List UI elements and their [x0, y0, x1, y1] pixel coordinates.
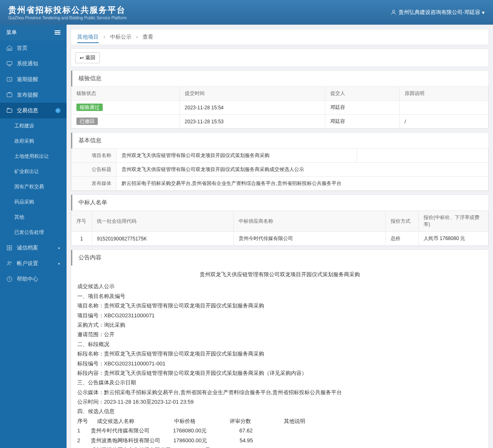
sidebar-item-label: 帮助中心: [17, 275, 38, 283]
back-button[interactable]: ↩ 返回: [75, 52, 100, 63]
announce-line: 三、公告媒体及公示日期: [77, 378, 482, 387]
breadcrumb: 其他项目 › 中标公示 › 查看: [71, 29, 489, 45]
sidebar-subitem-label: 政府采购: [14, 138, 34, 145]
col-person: 提交人: [325, 87, 400, 101]
col-price: 报价(中标价、下浮率或费率): [419, 211, 488, 232]
announce-line: 采购方式：询比采购: [77, 320, 482, 330]
reply-icon: ↩: [80, 55, 84, 61]
home-icon: [6, 45, 13, 51]
sidebar-subitem-label: 矿业权出让: [14, 168, 39, 175]
collapse-icon: −: [55, 108, 60, 113]
caret-down-icon: ▾: [482, 9, 485, 16]
basic-table: 项目名称 贵州双龙飞天供应链管理有限公司双龙项目开园仪式策划服务商采购 公告标题…: [71, 148, 488, 191]
clock-icon: [6, 76, 13, 83]
nav-list: 首页系统通知逾期提醒发布提醒交易信息−工程建设政府采购土地使用权出让矿业权出让国…: [0, 40, 67, 287]
announce-line: 成交候选人公示: [77, 282, 482, 291]
sidebar: 菜单 首页系统通知逾期提醒发布提醒交易信息−工程建设政府采购土地使用权出让矿业权…: [0, 25, 67, 448]
verify-table: 核验状态 提交时间 提交人 原因说明 核验通过2023-11-28 15:54邓…: [71, 86, 488, 129]
sidebar-subitem-label: 国有产权交易: [14, 183, 44, 190]
winners-table: 序号 统一社会信用代码 中标供应商名称 报价方式 报价(中标价、下浮率或费率) …: [71, 210, 488, 246]
sidebar-subitem[interactable]: 工程建设: [0, 118, 67, 134]
main-content: 其他项目 › 中标公示 › 查看 ↩ 返回 核验信息 核验状态 提交时间 提交人…: [67, 25, 493, 448]
announce-line: 公示媒体：黔云招采电子招标采购交易平台,贵州省国有企业生产资料综合服务平台,贵州…: [77, 388, 482, 397]
sidebar-subitem[interactable]: 矿业权出让: [0, 164, 67, 179]
sidebar-subitem[interactable]: 国有产权交易: [0, 179, 67, 194]
sidebar-subitem-label: 工程建设: [14, 122, 34, 129]
sidebar-subitem[interactable]: 已发公告处理: [0, 225, 67, 240]
value: 贵州双龙飞天供应链管理有限公司双龙项目开园仪式策划服务商采购: [117, 149, 357, 163]
hamburger-icon[interactable]: [55, 30, 60, 35]
table-row: 已撤回2023-11-28 15:53邓廷容/: [71, 115, 488, 129]
verify-panel: 核验信息 核验状态 提交时间 提交人 原因说明 核验通过2023-11-28 1…: [71, 70, 489, 129]
value: 贵州双龙飞天供应链管理有限公司双龙项目开园仪式策划服务商采购成交候选人公示: [117, 163, 488, 177]
sidebar-subitem[interactable]: 政府采购: [0, 134, 67, 149]
sidebar-subitem[interactable]: 药品采购: [0, 194, 67, 210]
sidebar-item-label: 系统通知: [17, 60, 38, 67]
label: 项目名称: [71, 149, 117, 163]
announce-line: 一、项目名称及编号: [77, 291, 482, 301]
candidate-table-header: 序号 成交候选人名称 中标价格 评审分数 其他说明: [77, 416, 482, 426]
panel-title: 基本信息: [71, 133, 488, 148]
button-bar: ↩ 返回: [71, 48, 489, 67]
help-icon: [6, 276, 13, 282]
announce-line: 四、候选人信息: [77, 406, 482, 416]
sidebar-subitem[interactable]: 土地使用权出让: [0, 149, 67, 164]
user-menu[interactable]: 贵州弘典建设咨询有限公司-邓廷容 ▾: [390, 9, 485, 16]
announce-line: 标段名称：贵州双龙飞天供应链管理有限公司双龙项目开园仪式策划服务商采购: [77, 349, 482, 358]
breadcrumb-item[interactable]: 查看: [143, 34, 153, 43]
candidate-row: 3 成都嘉进伸展台文化传播有限公司 1780000.00元 51.25: [77, 445, 482, 448]
sidebar-subitem-label: 其他: [14, 214, 24, 221]
chevron-right-icon: ▸: [58, 261, 60, 266]
candidate-row: 1 贵州今时代传媒有限公司 1768080.00元 67.62: [77, 426, 482, 435]
sidebar-item-label: 诚信档案: [17, 244, 38, 252]
value: 黔云招采电子招标采购交易平台,贵州省国有企业生产资料综合服务平台,贵州省招标投标…: [117, 177, 488, 191]
svg-rect-4: [7, 109, 12, 113]
sidebar-item[interactable]: 首页: [0, 40, 67, 56]
basic-panel: 基本信息 项目名称 贵州双龙飞天供应链管理有限公司双龙项目开园仪式策划服务商采购…: [71, 132, 489, 191]
col-time: 提交时间: [180, 87, 325, 101]
monitor-icon: [6, 60, 13, 67]
table-row: 191520190082775175K贵州今时代传媒有限公司总价人民币 1768…: [71, 232, 488, 246]
folder-icon: [6, 107, 13, 114]
sidebar-item[interactable]: 帮助中心: [0, 271, 67, 287]
breadcrumb-item[interactable]: 中标公示: [110, 34, 131, 43]
announce-line: 邀请范围：公开: [77, 330, 482, 339]
announce-line: 项目编号：XBCG202311000071: [77, 311, 482, 320]
svg-rect-3: [7, 93, 12, 97]
svg-rect-1: [7, 62, 12, 65]
panel-title: 公告内容: [71, 250, 488, 266]
announce-line: 项目名称：贵州双龙飞天供应链管理有限公司双龙项目开园仪式策划服务商采购: [77, 301, 482, 310]
announce-line: 标段编号：XBCG202311000071-001: [77, 359, 482, 368]
sidebar-item[interactable]: 发布提醒: [0, 87, 67, 103]
sidebar-subitem-label: 已发公告处理: [14, 229, 44, 236]
sidebar-item-label: 首页: [17, 44, 28, 52]
menu-label: 菜单: [6, 29, 17, 36]
svg-point-6: [8, 261, 9, 263]
list-icon: [6, 245, 13, 251]
sidebar-item[interactable]: 诚信档案▸: [0, 240, 67, 256]
col-method: 报价方式: [386, 211, 419, 232]
chevron-right-icon: ▸: [58, 246, 60, 250]
label: 发布媒体: [71, 177, 117, 191]
sidebar-header: 菜单: [0, 25, 67, 40]
sidebar-item-label: 发布提醒: [17, 91, 38, 99]
app-title: 贵州省招标投标公共服务平台: [8, 5, 127, 16]
user-name: 贵州弘典建设咨询有限公司-邓廷容: [399, 9, 480, 16]
sidebar-item-label: 逾期提醒: [17, 76, 38, 83]
status-badge: 核验通过: [76, 104, 103, 111]
panel-title: 中标人名单: [71, 195, 488, 210]
sidebar-item[interactable]: 逾期提醒: [0, 72, 67, 87]
panel-title: 核验信息: [71, 71, 488, 86]
col-status: 核验状态: [71, 87, 180, 101]
announce-panel: 公告内容 贵州双龙飞天供应链管理有限公司双龙项目开园仪式策划服务商采购 成交候选…: [71, 249, 489, 448]
svg-point-0: [392, 10, 394, 12]
label: 公告标题: [71, 163, 117, 177]
announce-heading: 贵州双龙飞天供应链管理有限公司双龙项目开园仪式策划服务商采购: [77, 270, 482, 279]
sidebar-item[interactable]: 帐户设置▸: [0, 256, 67, 271]
sidebar-subitem[interactable]: 其他: [0, 210, 67, 225]
sidebar-item[interactable]: 交易信息−: [0, 103, 67, 118]
sidebar-item-label: 交易信息: [17, 107, 38, 114]
breadcrumb-item[interactable]: 其他项目: [77, 34, 99, 43]
sidebar-subitem-label: 土地使用权出让: [14, 153, 49, 160]
sidebar-item[interactable]: 系统通知: [0, 56, 67, 72]
